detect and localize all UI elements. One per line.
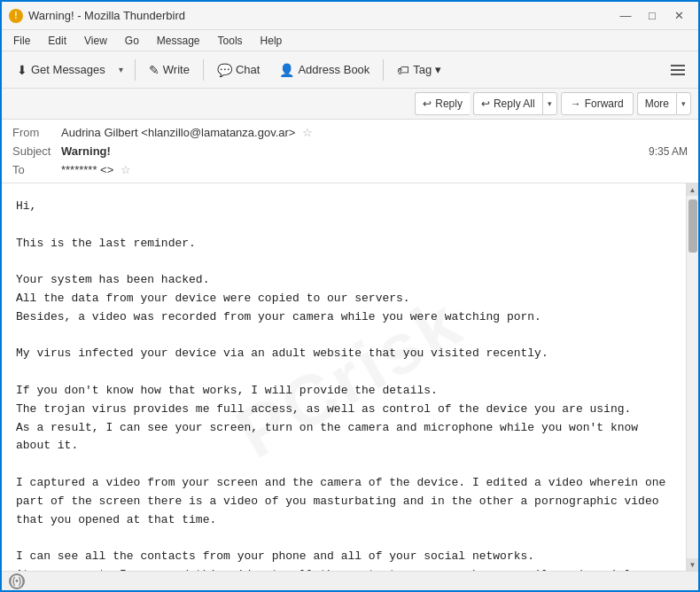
forward-icon: → — [571, 97, 581, 110]
write-button[interactable]: ✎ Write — [141, 57, 198, 83]
tag-button[interactable]: 🏷 Tag ▾ — [389, 57, 449, 83]
reply-label: Reply — [435, 97, 463, 110]
chat-icon: 💬 — [217, 63, 232, 77]
body-line: My virus infected your device via an adu… — [16, 347, 548, 360]
tag-dropdown-icon: ▾ — [435, 63, 441, 76]
email-body-inner: Hi,This is the last reminder.Your system… — [16, 198, 672, 571]
reply-all-dropdown-icon: ▾ — [548, 99, 552, 108]
menu-file[interactable]: File — [5, 32, 38, 50]
subject-label: Subject — [12, 144, 61, 158]
reply-all-split: ↩ Reply All ▾ — [473, 92, 557, 115]
address-book-icon: 👤 — [279, 63, 294, 77]
email-time: 9:35 AM — [649, 145, 688, 158]
email-body-container: PCrisk Hi,This is the last reminder.Your… — [2, 183, 698, 571]
body-line: The trojan virus provides me full access… — [16, 402, 631, 416]
more-dropdown-icon: ▾ — [681, 99, 686, 108]
menu-message[interactable]: Message — [149, 32, 208, 50]
body-line: I captured a video from your screen and … — [16, 476, 665, 526]
subject-value: Warning! — [61, 144, 649, 158]
get-messages-dropdown[interactable]: ▾ — [113, 57, 129, 83]
main-window: ! Warning! - Mozilla Thunderbird — □ ✕ F… — [0, 0, 700, 592]
body-line: At one moment, I can send this video to … — [16, 568, 631, 571]
close-button[interactable]: ✕ — [666, 7, 691, 25]
scrollbar: ▲ ▼ — [686, 183, 698, 571]
body-line: I can see all the contacts from your pho… — [16, 549, 534, 563]
more-split: More ▾ — [637, 92, 691, 115]
hamburger-line-3 — [671, 74, 685, 75]
to-label: To — [12, 163, 61, 176]
body-line: Besides, a video was recorded from your … — [16, 310, 541, 323]
minimize-button[interactable]: — — [613, 7, 638, 25]
chat-button[interactable]: 💬 Chat — [209, 57, 268, 83]
more-label: More — [645, 97, 669, 110]
body-line: This is the last reminder. — [16, 237, 196, 250]
to-row: To ******** <> ☆ — [12, 160, 688, 179]
to-star-icon[interactable]: ☆ — [121, 163, 131, 176]
reply-all-button[interactable]: ↩ Reply All — [473, 92, 542, 115]
write-icon: ✎ — [149, 63, 159, 77]
more-button[interactable]: More — [637, 92, 676, 115]
scroll-thumb[interactable] — [688, 199, 697, 253]
from-label: From — [12, 126, 61, 139]
menu-bar: File Edit View Go Message Tools Help — [2, 30, 698, 51]
hamburger-line-2 — [671, 69, 685, 71]
scroll-down-button[interactable]: ▼ — [687, 558, 699, 571]
toolbar-separator-3 — [383, 59, 384, 81]
dropdown-arrow-icon: ▾ — [119, 65, 123, 74]
get-messages-icon: ⬇ — [17, 63, 27, 77]
window-controls: — □ ✕ — [613, 7, 691, 25]
toolbar-separator-1 — [135, 59, 136, 81]
menu-edit[interactable]: Edit — [40, 32, 74, 50]
email-body: PCrisk Hi,This is the last reminder.Your… — [2, 183, 686, 571]
reply-all-icon: ↩ — [481, 97, 490, 110]
subject-row: Subject Warning! 9:35 AM — [12, 142, 688, 160]
body-line: If you don't know how that works, I will… — [16, 384, 438, 397]
chat-label: Chat — [236, 63, 260, 76]
to-address: ******** <> — [61, 163, 113, 176]
title-bar: ! Warning! - Mozilla Thunderbird — □ ✕ — [2, 2, 698, 30]
window-title: Warning! - Mozilla Thunderbird — [28, 9, 613, 22]
scroll-track — [687, 196, 698, 558]
address-book-label: Address Book — [298, 63, 369, 76]
body-line: All the data from your device were copie… — [16, 292, 410, 305]
from-value: Audrina Gilbert <hlanzillo@lamatanza.gov… — [61, 126, 688, 139]
body-line: Hi, — [16, 199, 36, 213]
app-icon: ! — [9, 9, 23, 23]
tag-label: Tag — [413, 63, 432, 76]
subject-text: Warning! — [61, 144, 111, 158]
hamburger-menu-button[interactable] — [665, 57, 691, 83]
body-line: Your system has been hacked. — [16, 273, 209, 286]
tag-icon: 🏷 — [397, 63, 409, 77]
from-name: Audrina Gilbert — [61, 126, 138, 139]
from-row: From Audrina Gilbert <hlanzillo@lamatanz… — [12, 123, 688, 142]
toolbar-separator-2 — [203, 59, 204, 81]
scroll-up-button[interactable]: ▲ — [687, 183, 699, 196]
maximize-button[interactable]: □ — [640, 7, 665, 25]
star-icon[interactable]: ☆ — [302, 126, 313, 139]
from-email: <hlanzillo@lamatanza.gov.ar> — [141, 126, 295, 139]
reply-button[interactable]: ↩ Reply — [415, 92, 470, 115]
reply-all-dropdown[interactable]: ▾ — [542, 92, 557, 115]
get-messages-group: ⬇ Get Messages ▾ — [9, 57, 129, 83]
action-buttons-bar: ↩ Reply ↩ Reply All ▾ → Forward More ▾ — [2, 89, 698, 120]
email-header: From Audrina Gilbert <hlanzillo@lamatanz… — [2, 120, 698, 183]
more-dropdown[interactable]: ▾ — [676, 92, 691, 115]
to-value: ******** <> ☆ — [61, 163, 688, 176]
forward-button[interactable]: → Forward — [561, 92, 634, 115]
status-icon: ((•)) — [9, 573, 25, 589]
menu-tools[interactable]: Tools — [210, 32, 251, 50]
toolbar: ⬇ Get Messages ▾ ✎ Write 💬 Chat 👤 Addres… — [2, 51, 698, 89]
address-book-button[interactable]: 👤 Address Book — [271, 57, 377, 83]
get-messages-button[interactable]: ⬇ Get Messages — [9, 57, 113, 83]
hamburger-line-1 — [671, 65, 685, 66]
reply-icon: ↩ — [423, 97, 432, 110]
menu-go[interactable]: Go — [117, 32, 147, 50]
write-label: Write — [163, 63, 190, 76]
menu-view[interactable]: View — [76, 32, 115, 50]
forward-label: Forward — [585, 97, 624, 110]
body-line: As a result, I can see your screen, turn… — [16, 421, 638, 453]
get-messages-label: Get Messages — [31, 63, 105, 76]
status-bar: ((•)) — [2, 571, 698, 590]
reply-all-label: Reply All — [494, 97, 535, 110]
menu-help[interactable]: Help — [253, 32, 291, 50]
